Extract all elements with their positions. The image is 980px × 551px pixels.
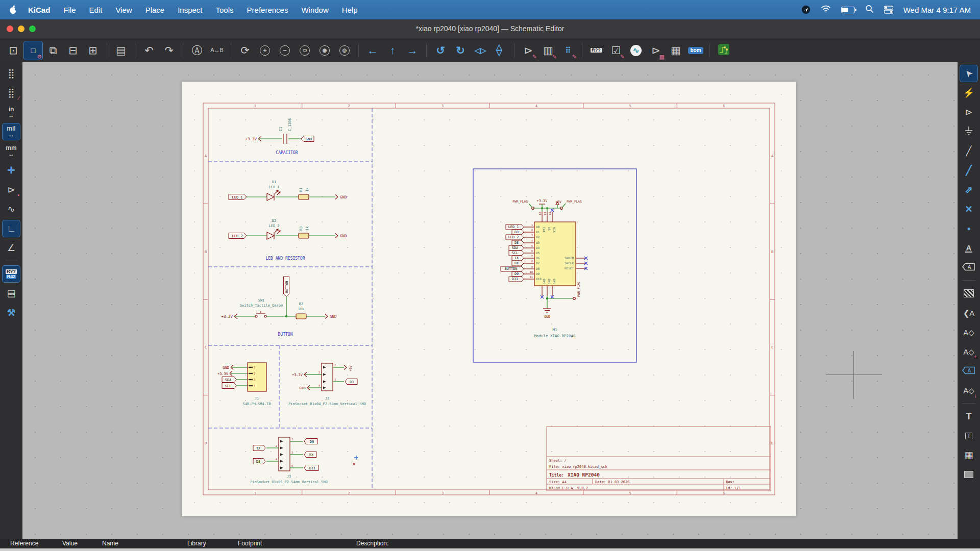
annotation-visibility-button[interactable]: R?? R42	[3, 266, 20, 282]
grid-overrides-button[interactable]: ⣿	[3, 85, 20, 101]
show-hidden-pins-button[interactable]: ⊳	[3, 182, 20, 198]
add-text-box-button[interactable]: T	[960, 428, 977, 444]
hv-wires-button[interactable]: ∟	[3, 220, 20, 237]
simulator-button[interactable]: ∿	[627, 41, 645, 60]
menu-tools[interactable]: Tools	[216, 6, 234, 14]
page-settings-button[interactable]: ⧉	[44, 41, 62, 60]
add-net-label-button[interactable]: A	[960, 240, 977, 256]
wire-to-bus-entry-button[interactable]: ⇗	[960, 182, 977, 198]
location-services-icon[interactable]	[801, 5, 811, 14]
print-button[interactable]: ⊟	[64, 41, 82, 60]
add-power-button[interactable]	[960, 123, 977, 140]
symbol-editor-button[interactable]: ⊳	[519, 41, 537, 60]
menu-file[interactable]: File	[63, 6, 76, 14]
svg-text:B: B	[205, 250, 207, 254]
j3-connector[interactable]: 1 2 3 4 5 D9 TX RX	[250, 437, 328, 484]
add-wire-button[interactable]: ╱	[960, 143, 977, 159]
pin-assign-button[interactable]: ⠿	[559, 41, 577, 60]
text-box-icon: T	[965, 433, 973, 439]
undo-button[interactable]: ↶	[140, 41, 158, 60]
schematic-setup-button[interactable]: □	[24, 41, 42, 60]
menu-place[interactable]: Place	[145, 6, 165, 14]
menu-help[interactable]: Help	[342, 6, 358, 14]
rotate-cw-button[interactable]: ↻	[451, 41, 470, 60]
add-hierarchical-label-button[interactable]: ❮A	[960, 305, 977, 321]
no-connect-button[interactable]: ✕	[960, 201, 977, 217]
nav-back-button[interactable]: ←	[363, 41, 382, 60]
rotate-ccw-button[interactable]: ↺	[431, 41, 450, 60]
xiao-module[interactable]: +3.3V +5V PWR_FLAG PWR_FLAG	[501, 199, 587, 338]
import-hierarchical-label-button[interactable]: A◇	[960, 382, 977, 398]
led2-row[interactable]: LED_2 D2 LED 2 R3 1k GND	[229, 219, 347, 239]
paste-button[interactable]: ▤	[112, 41, 130, 60]
net-navigator-button[interactable]: ⚒	[3, 305, 20, 321]
add-directive-label-button[interactable]: A	[960, 363, 977, 379]
battery-indicator[interactable]	[841, 7, 855, 13]
toggle-grid-button[interactable]: ⣿	[3, 65, 20, 82]
menu-view[interactable]: View	[115, 6, 132, 14]
open-pcb-editor-button[interactable]	[715, 41, 733, 60]
zoom-in-button[interactable]: +	[256, 41, 274, 60]
zoom-objects-button[interactable]: ◉	[315, 41, 334, 60]
mirror-vertical-button[interactable]: ◁▷	[491, 41, 509, 60]
symbol-library-browser-button[interactable]: ▥	[539, 41, 557, 60]
window-minimize-button[interactable]	[18, 26, 24, 32]
menu-preferences[interactable]: Preferences	[247, 6, 288, 14]
apple-menu-icon[interactable]	[9, 5, 17, 14]
add-hierarchical-sheet-button[interactable]	[960, 285, 977, 302]
symbol-fields-table-button[interactable]: ▦	[667, 41, 685, 60]
properties-panel-button[interactable]: ▤	[3, 285, 20, 302]
refresh-view-button[interactable]: ⟳	[236, 41, 254, 60]
add-sheet-pin-button[interactable]: A◇	[960, 324, 977, 340]
capacitor-section[interactable]: C1 C_1206 +3.3V GND CAPACITOR	[245, 118, 314, 155]
window-zoom-button[interactable]	[29, 26, 36, 32]
deg45-wires-button[interactable]: ∠	[3, 240, 20, 256]
add-table-button[interactable]: ▦	[960, 447, 977, 463]
add-global-label-button[interactable]: A	[960, 259, 977, 276]
add-bus-button[interactable]: ╱	[960, 162, 977, 179]
schematic-canvas[interactable]: 12 34 56 12 34 56 AB CD AB CD	[22, 62, 958, 539]
annotate-button[interactable]: R??	[587, 41, 605, 60]
menu-window[interactable]: Window	[301, 6, 328, 14]
add-text-button[interactable]: T	[960, 408, 977, 424]
menu-edit[interactable]: Edit	[89, 6, 103, 14]
units-mm-button[interactable]: mm↔	[3, 143, 20, 159]
wifi-icon[interactable]	[821, 5, 831, 14]
select-tool-button[interactable]: ➤	[960, 65, 977, 82]
bom-button[interactable]: bom	[687, 41, 705, 60]
units-inches-button[interactable]: in↔	[3, 104, 20, 120]
zoom-out-button[interactable]: −	[276, 41, 294, 60]
j2-connector[interactable]: 1 2 3 4 +5V +3.3V D3 GND	[288, 363, 366, 406]
erc-button[interactable]: ☑	[607, 41, 625, 60]
schematic-sheet[interactable]: 12 34 56 12 34 56 AB CD AB CD	[182, 82, 796, 516]
window-close-button[interactable]	[7, 26, 13, 32]
add-symbol-button[interactable]: ⊳	[960, 104, 977, 120]
free-angle-wires-button[interactable]: ∿	[3, 201, 20, 217]
menu-app-name[interactable]: KiCad	[28, 6, 50, 14]
add-rectangle-button[interactable]	[960, 466, 977, 483]
menu-clock[interactable]: Wed Mar 4 9:17 AM	[903, 6, 971, 14]
mirror-horizontal-button[interactable]: ◁▷	[471, 41, 489, 60]
j1-connector[interactable]: GND +3.3V SDA SCL 12	[217, 363, 271, 406]
button-section[interactable]: BUTTON +3.3V SW1 Switch_Tactile_Omron R2…	[221, 277, 337, 337]
find-button[interactable]: Ⓐ	[188, 41, 206, 60]
add-junction-button[interactable]: ●	[960, 220, 977, 237]
import-sheet-pin-button[interactable]: A◇	[960, 343, 977, 360]
svg-text:4: 4	[535, 491, 537, 495]
spotlight-search-icon[interactable]	[865, 5, 874, 15]
cursor-shape-button[interactable]: ✛	[3, 162, 20, 179]
zoom-fit-button[interactable]: ▭	[296, 41, 314, 60]
control-center-icon[interactable]	[884, 6, 893, 14]
zoom-selection-button[interactable]: ◎	[335, 41, 354, 60]
menu-inspect[interactable]: Inspect	[178, 6, 202, 14]
redo-button[interactable]: ↷	[160, 41, 178, 60]
find-replace-button[interactable]: A↔B	[208, 41, 226, 60]
nav-up-button[interactable]: ↑	[383, 41, 402, 60]
plot-button[interactable]: ⊞	[84, 41, 102, 60]
save-button[interactable]: ⊡	[4, 41, 22, 60]
nav-forward-button[interactable]: →	[403, 41, 422, 60]
assign-footprints-button[interactable]: ⊳	[647, 41, 665, 60]
led1-row[interactable]: LED_1 D1 LED 1 R1 1k GND	[229, 180, 347, 201]
highlight-net-button[interactable]: ⚡	[960, 85, 977, 101]
units-mils-button[interactable]: mil↔	[3, 123, 20, 140]
